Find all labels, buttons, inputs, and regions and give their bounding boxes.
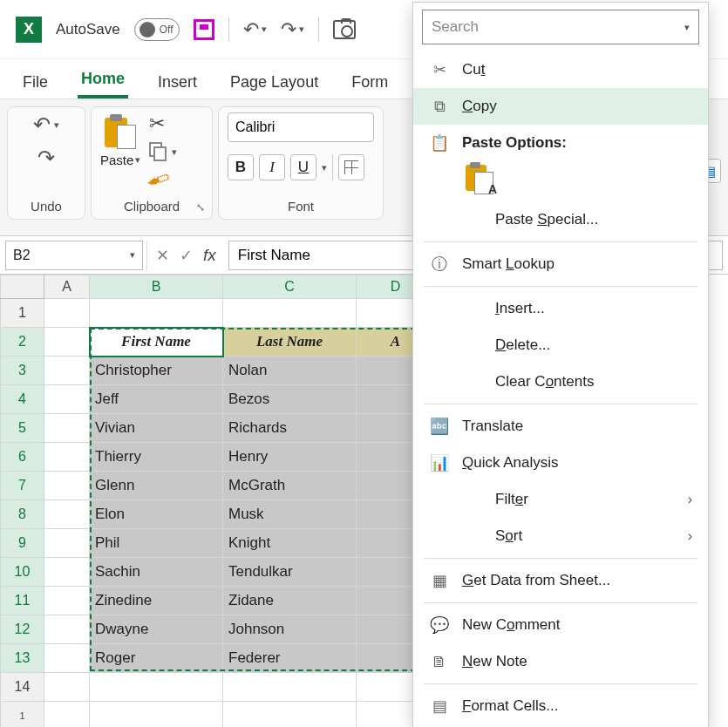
undo-quick-button[interactable]: ↶▾ bbox=[243, 18, 267, 41]
menu-item[interactable]: ⧉Copy bbox=[413, 88, 708, 125]
row-header-15[interactable]: 1 bbox=[1, 702, 44, 728]
accept-formula-icon[interactable]: ✓ bbox=[180, 246, 193, 265]
cell-A6[interactable] bbox=[44, 443, 90, 472]
cell-B11[interactable]: Zinedine bbox=[90, 587, 223, 615]
menu-item[interactable]: ✂Cut bbox=[413, 51, 708, 88]
borders-button[interactable] bbox=[338, 154, 364, 180]
tab-formulas-cut[interactable]: Form bbox=[348, 73, 391, 99]
menu-item[interactable]: Sort› bbox=[413, 518, 708, 554]
chevron-down-icon[interactable]: ▾ bbox=[322, 162, 327, 173]
cell-B3[interactable]: Christopher bbox=[90, 357, 223, 385]
menu-item[interactable]: Delete... bbox=[413, 327, 708, 364]
chevron-down-icon[interactable]: ▾ bbox=[130, 249, 135, 261]
cell-B10[interactable]: Sachin bbox=[90, 558, 223, 587]
menu-item[interactable]: 💬New Comment bbox=[413, 607, 708, 643]
row-header-6[interactable]: 6 bbox=[1, 443, 44, 472]
cell-C11[interactable]: Zidane bbox=[223, 587, 357, 615]
cell-A10[interactable] bbox=[44, 558, 90, 587]
cell-A7[interactable] bbox=[44, 472, 90, 500]
tab-page-layout[interactable]: Page Layout bbox=[227, 73, 322, 99]
cell-B7[interactable]: Glenn bbox=[90, 472, 223, 500]
menu-item[interactable]: 🔤Translate bbox=[413, 408, 708, 445]
row-header-13[interactable]: 13 bbox=[1, 644, 44, 673]
menu-item[interactable]: 🗎New Note bbox=[413, 643, 708, 680]
bold-button[interactable]: B bbox=[228, 154, 254, 180]
chevron-down-icon[interactable]: ▾ bbox=[135, 154, 140, 166]
cell-A11[interactable] bbox=[44, 587, 90, 615]
cell-C2[interactable]: Last Name bbox=[223, 328, 357, 357]
menu-paste-variant[interactable]: A bbox=[413, 161, 708, 201]
copy-button[interactable]: ▾ bbox=[149, 142, 177, 161]
row-header-1[interactable]: 1 bbox=[1, 299, 44, 328]
cell-A12[interactable] bbox=[44, 615, 90, 644]
italic-button[interactable]: I bbox=[259, 154, 285, 180]
row-header-3[interactable]: 3 bbox=[1, 357, 44, 385]
tab-file[interactable]: File bbox=[19, 73, 51, 99]
row-header-10[interactable]: 10 bbox=[1, 558, 44, 587]
cell-B2[interactable]: First Name bbox=[90, 328, 223, 357]
cell-A15[interactable] bbox=[44, 702, 90, 728]
cell-B1[interactable] bbox=[90, 299, 223, 328]
cell-A9[interactable] bbox=[44, 529, 90, 558]
cancel-formula-icon[interactable]: ✕ bbox=[156, 246, 169, 265]
menu-item[interactable]: ▤Format Cells... bbox=[413, 688, 708, 724]
row-header-9[interactable]: 9 bbox=[1, 529, 44, 558]
underline-button[interactable]: U bbox=[290, 154, 316, 180]
menu-item[interactable]: ⓘSmart Lookup bbox=[413, 246, 708, 282]
cell-B12[interactable]: Dwayne bbox=[90, 615, 223, 644]
cell-A2[interactable] bbox=[44, 328, 90, 357]
cell-B15[interactable] bbox=[90, 702, 223, 728]
cell-A8[interactable] bbox=[44, 500, 90, 529]
row-header-4[interactable]: 4 bbox=[1, 385, 44, 414]
row-header-2[interactable]: 2 bbox=[1, 328, 44, 357]
context-search[interactable]: Search ▾ bbox=[422, 10, 699, 44]
row-header-14[interactable]: 14 bbox=[1, 673, 44, 702]
cell-B14[interactable] bbox=[90, 673, 223, 702]
col-header-C[interactable]: C bbox=[223, 275, 357, 299]
cell-A5[interactable] bbox=[44, 414, 90, 443]
fx-icon[interactable]: fx bbox=[203, 246, 216, 265]
cut-button[interactable]: ✂ bbox=[149, 112, 177, 135]
save-icon[interactable] bbox=[194, 19, 214, 40]
cell-B8[interactable]: Elon bbox=[90, 500, 223, 529]
undo-button[interactable]: ↶▾ bbox=[33, 112, 59, 137]
cell-B4[interactable]: Jeff bbox=[90, 385, 223, 414]
paste-label[interactable]: Paste bbox=[100, 153, 133, 167]
cell-C7[interactable]: McGrath bbox=[223, 472, 357, 500]
cell-A13[interactable] bbox=[44, 644, 90, 673]
cell-A1[interactable] bbox=[44, 299, 90, 328]
row-header-5[interactable]: 5 bbox=[1, 414, 44, 443]
cell-A4[interactable] bbox=[44, 385, 90, 414]
cell-C4[interactable]: Bezos bbox=[223, 385, 357, 414]
tab-home[interactable]: Home bbox=[78, 70, 128, 99]
col-header-B[interactable]: B bbox=[90, 275, 223, 299]
row-header-11[interactable]: 11 bbox=[1, 587, 44, 615]
camera-icon[interactable] bbox=[333, 20, 356, 39]
row-header-8[interactable]: 8 bbox=[1, 500, 44, 529]
menu-item[interactable]: Paste Special... bbox=[413, 201, 708, 238]
dialog-launcher-icon[interactable]: ⤡ bbox=[196, 201, 205, 214]
menu-item[interactable]: ▦Get Data from Sheet... bbox=[413, 562, 708, 599]
cell-A14[interactable] bbox=[44, 673, 90, 702]
cell-A3[interactable] bbox=[44, 357, 90, 385]
name-box[interactable]: B2 ▾ bbox=[5, 241, 143, 270]
cell-C14[interactable] bbox=[223, 673, 357, 702]
paste-icon[interactable] bbox=[105, 112, 136, 151]
tab-insert[interactable]: Insert bbox=[154, 73, 201, 99]
cell-C9[interactable]: Knight bbox=[223, 529, 357, 558]
cell-B5[interactable]: Vivian bbox=[90, 414, 223, 443]
menu-item[interactable]: Clear Contents bbox=[413, 364, 708, 400]
select-all-corner[interactable] bbox=[1, 275, 44, 299]
menu-item[interactable]: 📊Quick Analysis bbox=[413, 445, 708, 481]
autosave-toggle[interactable]: Off bbox=[134, 18, 180, 41]
cell-B6[interactable]: Thierry bbox=[90, 443, 223, 472]
cell-C12[interactable]: Johnson bbox=[223, 615, 357, 644]
cell-C8[interactable]: Musk bbox=[223, 500, 357, 529]
cell-C13[interactable]: Federer bbox=[223, 644, 357, 673]
cell-C5[interactable]: Richards bbox=[223, 414, 357, 443]
menu-item[interactable]: Filter› bbox=[413, 481, 708, 518]
col-header-A[interactable]: A bbox=[44, 275, 90, 299]
redo-quick-button[interactable]: ↷▾ bbox=[281, 18, 304, 41]
row-header-12[interactable]: 12 bbox=[1, 615, 44, 644]
font-name-select[interactable] bbox=[228, 112, 374, 142]
